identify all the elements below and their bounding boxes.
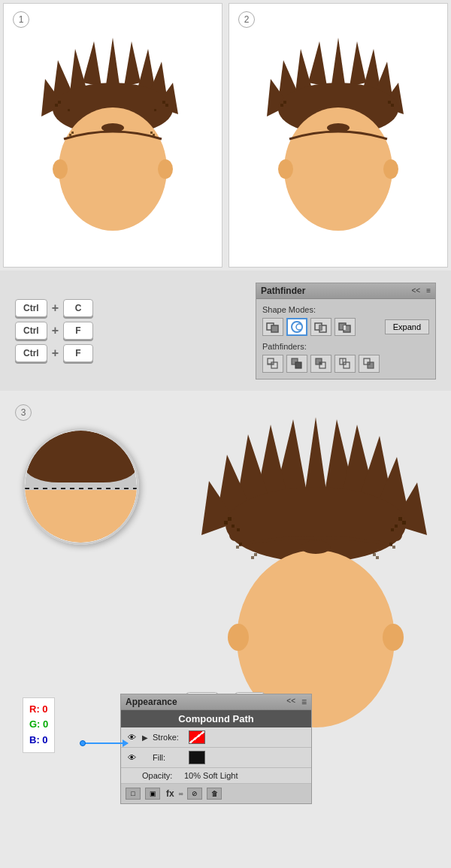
shape-exclude-btn[interactable] (334, 318, 356, 336)
key-ctrl-1[interactable]: Ctrl (15, 299, 47, 317)
key-ctrl-3[interactable]: Ctrl (15, 344, 47, 362)
panel-1-number: 1 (13, 11, 29, 28)
opacity-value: 10% Soft Light (184, 771, 238, 780)
key-ctrl-2[interactable]: Ctrl (15, 322, 47, 340)
pathfinder-menu-btn[interactable]: ≡ (426, 286, 431, 295)
svg-marker-25 (331, 38, 346, 90)
panel-2: 2 (229, 3, 448, 268)
key-c[interactable]: C (63, 299, 93, 317)
key-f1[interactable]: F (63, 322, 93, 340)
stroke-expand-arrow[interactable]: ▶ (142, 733, 148, 742)
svg-marker-27 (295, 49, 312, 92)
svg-point-41 (278, 159, 293, 179)
pf-trim-btn[interactable] (262, 355, 283, 373)
pf-outline-btn[interactable] (334, 355, 356, 373)
fill-label: Fill: (153, 753, 184, 762)
footer-add-icon[interactable]: □ (126, 788, 141, 800)
svg-rect-21 (71, 132, 74, 134)
svg-marker-26 (308, 41, 327, 86)
shape-unite-btn[interactable] (262, 318, 283, 336)
pathfinders-row (262, 355, 429, 373)
svg-rect-99 (376, 556, 379, 559)
pf-merge-btn[interactable] (286, 355, 307, 373)
appearance-footer: □ ▣ fx ∞ ⊘ 🗑 (121, 784, 311, 803)
pathfinder-controls: << ≡ (411, 286, 431, 295)
zoom-circle (23, 428, 139, 545)
svg-rect-58 (295, 362, 301, 368)
svg-rect-23 (150, 132, 153, 134)
footer-layer-icon[interactable]: ▣ (145, 788, 160, 800)
svg-marker-0 (105, 38, 120, 90)
shortcut-ctrl-c: Ctrl + C (15, 299, 93, 317)
fill-swatch[interactable] (189, 751, 205, 764)
svg-rect-11 (55, 104, 58, 107)
footer-delete-icon[interactable]: 🗑 (207, 788, 222, 800)
rgb-g-value: G: 0 (29, 717, 48, 733)
shape-intersect-btn[interactable] (310, 318, 331, 336)
svg-rect-16 (154, 109, 156, 111)
appearance-collapse-btn[interactable]: << (286, 697, 295, 707)
svg-point-47 (296, 324, 302, 330)
stroke-swatch[interactable] (189, 730, 205, 744)
svg-rect-86 (237, 528, 240, 531)
rgb-r-value: R: 0 (29, 702, 48, 718)
pf-crop-btn[interactable] (310, 355, 331, 373)
svg-marker-67 (304, 417, 327, 496)
rgb-b-value: B: 0 (29, 733, 48, 749)
shape-modes-row: Expand (262, 318, 429, 336)
rgb-arrow (84, 742, 128, 744)
plus-3: + (52, 346, 59, 360)
shape-minusfront-btn[interactable] (286, 318, 307, 336)
svg-rect-93 (389, 543, 392, 546)
pathfinders-label: Pathfinders: (262, 342, 429, 351)
plus-1: + (52, 301, 59, 315)
key-f2[interactable]: F (63, 344, 93, 362)
character-panel2 (252, 30, 425, 240)
svg-marker-5 (124, 41, 141, 86)
svg-rect-91 (239, 543, 242, 546)
keyboard-shortcuts: Ctrl + C Ctrl + F Ctrl + F (15, 299, 93, 362)
middle-section: Ctrl + C Ctrl + F Ctrl + F Pathfinder << (0, 271, 451, 391)
svg-rect-85 (395, 525, 398, 528)
expand-button[interactable]: Expand (385, 319, 429, 334)
shortcut-ctrl-f2: Ctrl + F (15, 344, 93, 362)
zoom-line (25, 488, 137, 489)
footer-fx-btn[interactable]: fx (166, 788, 174, 799)
svg-rect-36 (280, 104, 283, 107)
svg-marker-1 (83, 41, 101, 86)
character-panel1 (26, 30, 199, 240)
svg-rect-13 (165, 104, 168, 107)
svg-rect-24 (153, 134, 155, 136)
footer-subscript: ∞ (179, 791, 183, 797)
stroke-row: 👁 ▶ Stroke: (121, 727, 311, 748)
svg-rect-61 (319, 362, 322, 364)
shape-modes-label: Shape Modes: (262, 305, 429, 314)
footer-no-sign[interactable]: ⊘ (187, 788, 202, 800)
fill-visibility-icon[interactable]: 👁 (126, 752, 138, 764)
pathfinder-collapse-btn[interactable]: << (411, 286, 420, 295)
opacity-row: Opacity: 10% Soft Light (121, 768, 311, 784)
pathfinder-title: Pathfinder (261, 286, 305, 296)
pf-minusback-btn[interactable] (359, 355, 380, 373)
svg-marker-30 (350, 41, 366, 86)
svg-rect-84 (402, 521, 406, 525)
svg-rect-39 (388, 101, 391, 104)
svg-point-18 (53, 159, 68, 179)
panel-2-number: 2 (238, 11, 255, 28)
svg-point-20 (101, 123, 124, 132)
rgb-arrow-dot (80, 740, 86, 746)
svg-point-95 (301, 540, 331, 554)
panel-1: 1 (3, 3, 222, 268)
appearance-panel: Appearance << ≡ Compound Path 👁 ▶ Stroke… (120, 694, 312, 804)
zoom-skin-strip (25, 490, 137, 543)
svg-rect-87 (391, 528, 394, 531)
svg-rect-97 (251, 556, 254, 559)
svg-rect-65 (368, 362, 374, 368)
svg-point-42 (383, 159, 398, 179)
appearance-controls: << ≡ (286, 697, 307, 707)
svg-rect-98 (373, 553, 376, 556)
appearance-menu-btn[interactable]: ≡ (301, 697, 307, 707)
panel-3-number: 3 (15, 404, 32, 421)
appearance-titlebar: Appearance << ≡ (121, 694, 311, 710)
opacity-label: Opacity: (142, 771, 180, 780)
